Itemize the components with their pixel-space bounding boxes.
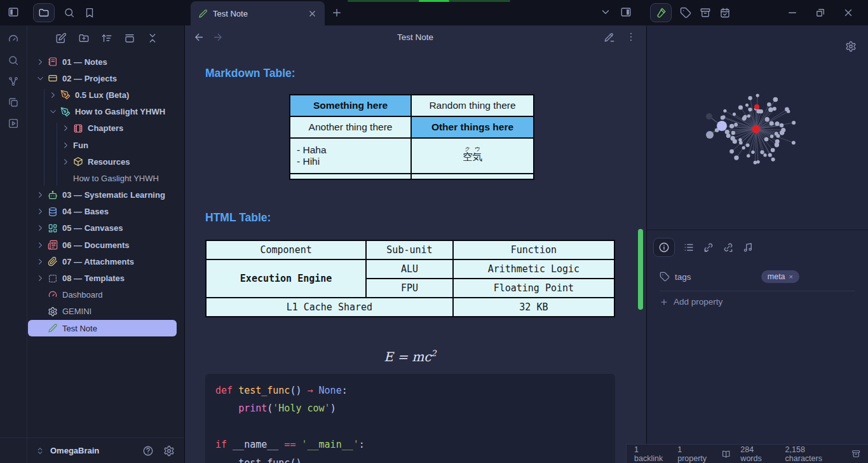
tree-item[interactable]: How to Gaslight YHWH (28, 104, 183, 120)
flask-button[interactable] (650, 3, 672, 22)
box-icon (73, 156, 83, 167)
dots-icon[interactable] (625, 31, 637, 43)
tree-item[interactable]: 07 — Attachments (28, 253, 183, 270)
forward-icon[interactable] (212, 32, 223, 43)
list-icon[interactable] (683, 242, 695, 253)
chevron-right-icon[interactable] (61, 157, 71, 167)
tree-item[interactable]: Resources (28, 153, 183, 170)
music-icon[interactable] (742, 242, 754, 253)
restore-icon[interactable] (815, 7, 826, 18)
note-content[interactable]: Markdown Table: Something hereRandom thi… (205, 48, 615, 463)
folder-plus-icon[interactable] (78, 32, 90, 44)
tree-item[interactable]: 01 — Notes (28, 53, 183, 70)
gallery-icon[interactable] (124, 32, 135, 44)
tree-item-label: 0.5 Lux (Beta) (75, 90, 129, 100)
layout-icon (48, 223, 58, 233)
heading-html-table: HTML Table: (205, 211, 271, 225)
gauge-icon[interactable] (8, 34, 19, 45)
close-icon[interactable] (308, 9, 317, 18)
minus-icon[interactable] (787, 7, 798, 18)
book-open-icon[interactable] (721, 449, 731, 459)
info-icon[interactable] (658, 242, 670, 253)
tree-item[interactable]: 06 — Documents (28, 237, 183, 253)
gear-icon[interactable] (163, 445, 175, 457)
table-cell: Another thing there (290, 116, 411, 138)
graph-settings-icon[interactable] (845, 41, 857, 52)
heading-markdown-table: Markdown Table: (205, 67, 295, 80)
bot-icon (48, 190, 58, 200)
chevron-right-icon[interactable] (36, 273, 45, 283)
info-button[interactable] (653, 238, 675, 257)
calendar-check-icon[interactable] (719, 7, 731, 18)
code-line (215, 418, 605, 436)
table-cell: Floating Point (453, 279, 614, 298)
help-icon[interactable] (142, 445, 154, 457)
tree-item[interactable]: Fun (28, 137, 183, 153)
archive-icon[interactable] (851, 449, 860, 459)
add-property-button[interactable]: Add property (660, 297, 722, 307)
paperclip-icon (48, 256, 58, 266)
search-icon[interactable] (8, 55, 19, 66)
play-square-icon[interactable] (8, 118, 19, 129)
pencil-line-icon[interactable] (604, 31, 615, 43)
chevron-right-icon[interactable] (36, 207, 45, 216)
tag-icon[interactable] (680, 7, 691, 18)
git-fork-icon[interactable] (8, 76, 19, 87)
chevron-right-icon[interactable] (36, 223, 45, 233)
progress-thumb[interactable] (419, 0, 449, 2)
x-icon[interactable] (843, 7, 854, 18)
chevron-down-icon[interactable] (36, 74, 45, 83)
panel-left-icon[interactable] (8, 6, 19, 18)
tree-item-label: GEMINI (62, 307, 92, 316)
backlink-count[interactable]: 1 backlink (634, 445, 668, 463)
vault-switcher[interactable]: OmegaBrain (0, 438, 184, 463)
card-icon (48, 73, 58, 83)
chevron-right-icon[interactable] (36, 57, 45, 67)
chevron-right-icon[interactable] (48, 90, 58, 100)
chevron-right-icon[interactable] (36, 190, 45, 200)
flask-icon[interactable] (655, 7, 667, 18)
back-icon[interactable] (194, 32, 205, 43)
tree-item[interactable]: 08 — Templates (28, 270, 183, 286)
tree-item[interactable]: Test Note (28, 320, 177, 336)
folder-button[interactable] (33, 3, 55, 22)
archive-icon[interactable] (700, 7, 711, 18)
graph-view[interactable] (647, 25, 868, 229)
folder-icon[interactable] (38, 7, 50, 18)
word-count: 284 words (740, 445, 775, 463)
tree-item[interactable]: 05 — Canvases (28, 220, 183, 237)
panel-right-icon[interactable] (620, 6, 632, 18)
tree-item[interactable]: 0.5 Lux (Beta) (28, 86, 183, 103)
tree-item-label: 05 — Canvases (62, 223, 123, 233)
editor-scrollbar[interactable] (638, 229, 643, 310)
tab-test-note[interactable]: Test Note (191, 1, 325, 25)
copy-icon[interactable] (8, 97, 19, 108)
chevron-right-icon[interactable] (36, 240, 45, 250)
chevron-right-icon[interactable] (61, 123, 71, 133)
property-row-tags[interactable]: tags meta × (660, 270, 857, 283)
bookmark-icon[interactable] (84, 7, 95, 18)
remove-tag-icon[interactable]: × (789, 273, 793, 280)
chevron-down-icon[interactable] (48, 107, 58, 116)
tree-item[interactable]: How to Gaslight YHWH (28, 170, 183, 186)
chevrons-down-up-icon[interactable] (147, 32, 158, 44)
edit-icon[interactable] (55, 32, 67, 44)
link-out-icon[interactable] (722, 242, 734, 253)
tree-item[interactable]: Chapters (28, 120, 183, 137)
sort-asc-icon[interactable] (101, 32, 112, 44)
property-key[interactable]: tags (675, 272, 691, 282)
tag-pill[interactable]: meta × (761, 270, 799, 283)
tree-item[interactable]: 02 — Projects (28, 70, 183, 86)
tree-item[interactable]: 03 — Systematic Learning (28, 187, 183, 204)
chevron-right-icon[interactable] (36, 257, 45, 266)
tree-item[interactable]: 04 — Bases (28, 204, 183, 220)
plus-icon[interactable] (331, 7, 342, 18)
link-in-icon[interactable] (703, 242, 714, 253)
tree-item[interactable]: Dashboard (28, 287, 183, 303)
property-count[interactable]: 1 property (677, 445, 712, 463)
search-icon[interactable] (64, 7, 75, 18)
tree-item-label: 02 — Projects (62, 74, 117, 83)
chevron-right-icon[interactable] (61, 141, 71, 150)
chevron-down-icon[interactable] (600, 6, 611, 18)
tree-item[interactable]: GEMINI (28, 303, 183, 320)
